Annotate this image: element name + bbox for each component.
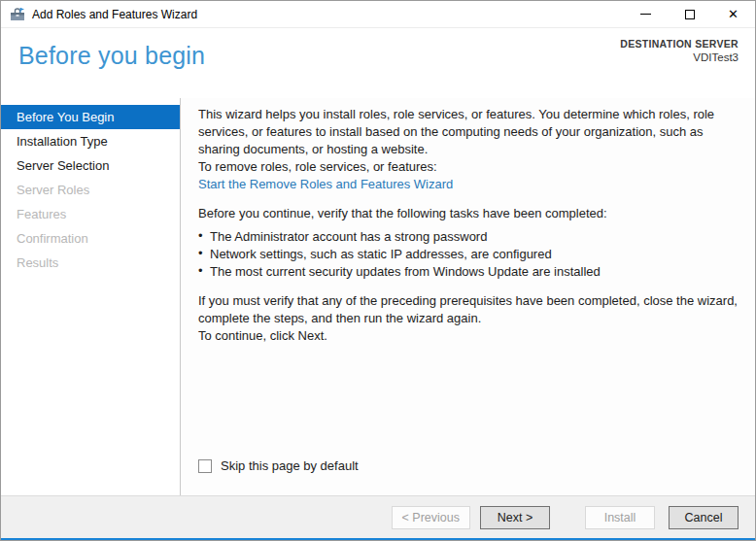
minimize-button[interactable]	[624, 1, 668, 27]
intro-paragraph: This wizard helps you install roles, rol…	[198, 106, 741, 158]
remove-roles-label: To remove roles, role services, or featu…	[198, 158, 741, 176]
task-item-updates: The most current security updates from W…	[198, 263, 741, 281]
skip-page-row: Skip this page by default	[198, 457, 359, 475]
previous-button[interactable]: < Previous	[392, 506, 470, 529]
sidebar-item-features: Features	[1, 202, 180, 226]
prerequisite-note: If you must verify that any of the prece…	[198, 292, 741, 327]
maximize-icon	[685, 10, 695, 19]
sidebar-item-server-roles: Server Roles	[1, 178, 180, 202]
sidebar-item-confirmation: Confirmation	[1, 226, 180, 251]
next-button[interactable]: Next >	[480, 506, 550, 529]
close-button[interactable]: ✕	[711, 1, 755, 27]
destination-server-block: DESTINATION SERVER VDITest3	[620, 38, 739, 63]
sidebar-item-before-you-begin[interactable]: Before You Begin	[1, 105, 180, 129]
page-title: Before you begin	[18, 42, 205, 70]
window-title: Add Roles and Features Wizard	[32, 8, 624, 21]
remove-roles-wizard-link[interactable]: Start the Remove Roles and Features Wiza…	[198, 176, 453, 193]
minimize-icon	[640, 14, 651, 15]
continue-instruction: To continue, click Next.	[198, 327, 741, 345]
wizard-header: Before you begin DESTINATION SERVER VDIT…	[1, 28, 755, 98]
task-item-network: Network settings, such as static IP addr…	[198, 246, 741, 263]
destination-server-label: DESTINATION SERVER	[620, 38, 739, 50]
skip-page-checkbox[interactable]	[198, 459, 212, 473]
sidebar-item-server-selection[interactable]: Server Selection	[1, 153, 180, 178]
destination-server-name: VDITest3	[620, 51, 739, 63]
task-item-password: The Administrator account has a strong p…	[198, 228, 741, 246]
page-content: This wizard helps you install roles, rol…	[181, 98, 755, 495]
wizard-footer: < Previous Next > Install Cancel	[1, 495, 755, 538]
skip-page-checkbox-label[interactable]: Skip this page by default	[221, 457, 359, 475]
wizard-body: Before You Begin Installation Type Serve…	[1, 98, 755, 495]
add-roles-features-wizard-window: Add Roles and Features Wizard ✕ Before y…	[0, 0, 756, 541]
sidebar-item-installation-type[interactable]: Installation Type	[1, 129, 180, 153]
maximize-button[interactable]	[668, 1, 711, 27]
title-bar: Add Roles and Features Wizard ✕	[1, 1, 755, 28]
verify-tasks-label: Before you continue, verify that the fol…	[198, 205, 741, 222]
sidebar-item-results: Results	[1, 251, 180, 275]
prerequisite-task-list: The Administrator account has a strong p…	[198, 228, 741, 281]
close-icon: ✕	[728, 8, 739, 20]
window-controls: ✕	[624, 1, 755, 27]
wizard-toolbox-icon	[10, 7, 25, 22]
wizard-steps-sidebar: Before You Begin Installation Type Serve…	[1, 98, 180, 495]
cancel-button[interactable]: Cancel	[669, 506, 739, 529]
install-button[interactable]: Install	[585, 506, 655, 529]
